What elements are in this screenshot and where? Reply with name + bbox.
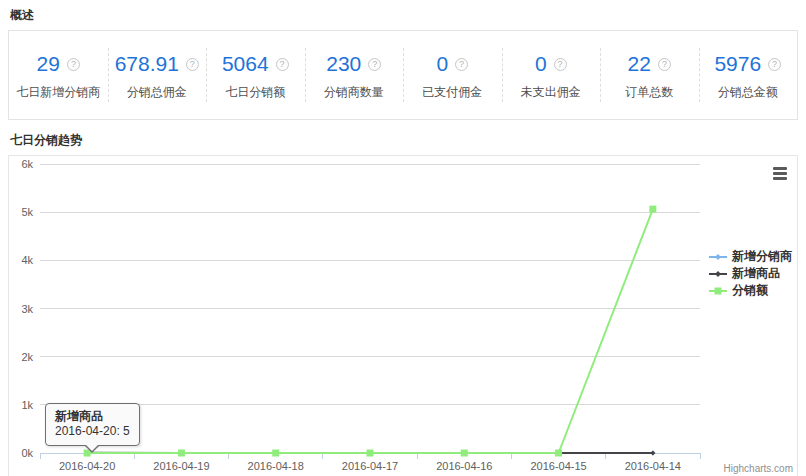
legend-item[interactable]: 新增商品 bbox=[709, 265, 792, 282]
stat-value: 678.91 bbox=[115, 52, 179, 76]
y-axis-label: 4k bbox=[21, 254, 33, 266]
tooltip-series-name: 新增商品 bbox=[55, 409, 130, 424]
stat-item: 5976?分销总金额 bbox=[699, 49, 798, 101]
help-icon[interactable]: ? bbox=[186, 58, 199, 71]
stat-value: 0 bbox=[436, 52, 448, 76]
hamburger-icon bbox=[773, 172, 787, 175]
x-axis-label: 2016-04-15 bbox=[530, 460, 586, 472]
stat-item: 678.91?分销总佣金 bbox=[108, 49, 207, 101]
data-point[interactable] bbox=[650, 451, 655, 456]
stat-value: 29 bbox=[37, 52, 60, 76]
data-point[interactable] bbox=[715, 254, 721, 260]
legend-marker-icon bbox=[709, 285, 727, 297]
help-icon[interactable]: ? bbox=[768, 58, 781, 71]
help-icon[interactable]: ? bbox=[67, 58, 80, 71]
stat-item: 230?分销商数量 bbox=[305, 49, 404, 101]
help-icon[interactable]: ? bbox=[554, 58, 567, 71]
data-point[interactable] bbox=[178, 450, 185, 457]
data-point[interactable] bbox=[715, 287, 722, 294]
stat-value: 0 bbox=[535, 52, 547, 76]
overview-title: 概述 bbox=[0, 0, 806, 30]
hamburger-icon bbox=[773, 167, 787, 170]
export-menu-button[interactable] bbox=[772, 166, 788, 180]
y-axis-label: 5k bbox=[21, 206, 33, 218]
stat-item: 5064?七日分销额 bbox=[206, 49, 305, 101]
legend-marker-icon bbox=[709, 268, 727, 280]
help-icon[interactable]: ? bbox=[368, 58, 381, 71]
overview-stats-panel: 29?七日新增分销商678.91?分销总佣金5064?七日分销额230?分销商数… bbox=[8, 30, 798, 120]
stat-item: 0?未支出佣金 bbox=[502, 49, 601, 101]
stat-value: 22 bbox=[628, 52, 651, 76]
data-point[interactable] bbox=[367, 450, 374, 457]
highcharts-credits[interactable]: Highcharts.com bbox=[724, 463, 793, 474]
stat-label: 订单总数 bbox=[600, 84, 699, 101]
stat-value: 5976 bbox=[714, 52, 761, 76]
chart-tooltip: 新增商品 2016-04-20: 5 bbox=[45, 403, 140, 446]
y-axis-label: 2k bbox=[21, 351, 33, 363]
x-axis-label: 2016-04-17 bbox=[342, 460, 398, 472]
legend-label: 新增商品 bbox=[732, 265, 780, 282]
help-icon[interactable]: ? bbox=[455, 58, 468, 71]
stat-value: 5064 bbox=[222, 52, 269, 76]
stat-item: 0?已支付佣金 bbox=[403, 49, 502, 101]
stat-label: 七日分销额 bbox=[206, 84, 305, 101]
stat-label: 分销总金额 bbox=[699, 84, 798, 101]
y-axis-label: 1k bbox=[21, 399, 33, 411]
tooltip-value: 2016-04-20: 5 bbox=[55, 424, 130, 439]
legend-marker-icon bbox=[709, 251, 727, 263]
x-axis-label: 2016-04-16 bbox=[436, 460, 492, 472]
y-axis-label: 0k bbox=[21, 447, 33, 459]
hamburger-icon bbox=[773, 177, 787, 180]
x-axis-label: 2016-04-19 bbox=[153, 460, 209, 472]
chart-legend: 新增分销商新增商品分销额 bbox=[709, 248, 792, 299]
stat-label: 分销商数量 bbox=[305, 84, 404, 101]
x-axis-label: 2016-04-20 bbox=[59, 460, 115, 472]
trend-chart-panel: 0k1k2k3k4k5k6k2016-04-202016-04-192016-0… bbox=[8, 155, 798, 476]
legend-item[interactable]: 分销额 bbox=[709, 282, 792, 299]
series-line bbox=[87, 209, 653, 453]
data-point[interactable] bbox=[715, 271, 721, 277]
legend-label: 新增分销商 bbox=[732, 248, 792, 265]
legend-item[interactable]: 新增分销商 bbox=[709, 248, 792, 265]
x-axis-label: 2016-04-18 bbox=[248, 460, 304, 472]
data-point[interactable] bbox=[272, 450, 279, 457]
help-icon[interactable]: ? bbox=[276, 58, 289, 71]
stat-item: 29?七日新增分销商 bbox=[9, 49, 108, 101]
stat-value: 230 bbox=[326, 52, 361, 76]
trend-title: 七日分销趋势 bbox=[0, 120, 806, 155]
stat-label: 七日新增分销商 bbox=[9, 84, 108, 101]
x-axis-label: 2016-04-14 bbox=[625, 460, 681, 472]
stat-item: 22?订单总数 bbox=[600, 49, 699, 101]
data-point[interactable] bbox=[555, 450, 562, 457]
data-point[interactable] bbox=[461, 450, 468, 457]
legend-label: 分销额 bbox=[732, 282, 768, 299]
tooltip-arrow bbox=[85, 444, 99, 451]
stat-label: 分销总佣金 bbox=[108, 84, 207, 101]
y-axis-label: 3k bbox=[21, 303, 33, 315]
stat-label: 未支出佣金 bbox=[502, 84, 601, 101]
y-axis-label: 6k bbox=[21, 158, 33, 170]
help-icon[interactable]: ? bbox=[658, 58, 671, 71]
data-point[interactable] bbox=[649, 206, 656, 213]
stat-label: 已支付佣金 bbox=[403, 84, 502, 101]
